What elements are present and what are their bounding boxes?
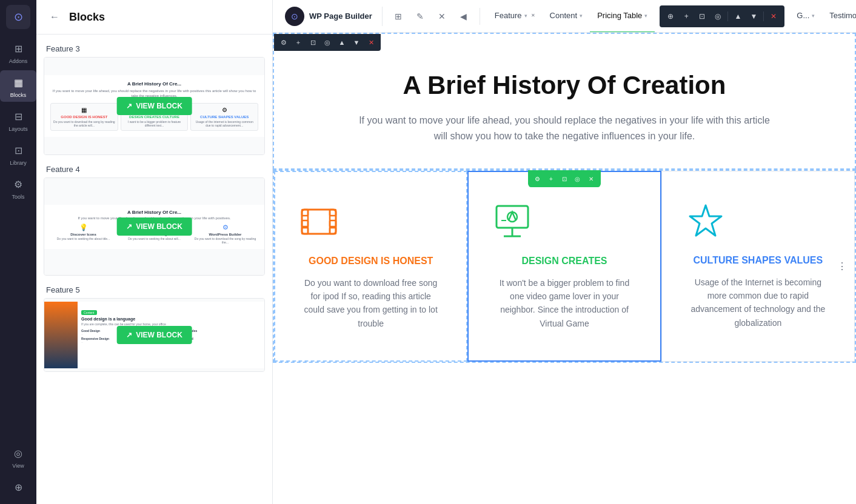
layouts-label: Layouts [8,126,28,132]
mini-card-3-text: Usage of the internet is becoming common… [193,120,256,127]
nav-testimonials[interactable]: Testimonials ▾ [822,0,856,33]
hero-toolbar-add[interactable]: + [292,36,305,49]
float-down-btn[interactable]: ▼ [746,9,761,24]
blocks-icon: ▦ [10,74,27,91]
card2-delete-btn[interactable]: ✕ [585,173,597,185]
feature5-preview-title: Good design is a language [81,317,261,321]
view-block-label-f4: VIEW BLOCK [136,222,182,231]
canvas-wrapper: ⚙ + ⊡ ◎ ▲ ▼ ✕ A Brief History Of Creatio… [273,33,856,504]
hero-subtitle: If you want to move your life ahead, you… [352,113,777,144]
top-bar-actions: ⊞ ✎ ✕ ◀ [387,8,480,25]
left-sidebar: ⊙ ⊞ Addons ▦ Blocks ⊟ Layouts ⊡ Library … [0,0,36,504]
mini-card-2-title: DESIGN CREATES CULTURE [123,115,186,119]
nav-feature-chevron: ▾ [524,13,527,19]
action-btn-collapse[interactable]: ◀ [455,8,472,25]
nav-content-label: Content [550,11,578,20]
hero-toolbar-delete[interactable]: ✕ [364,36,378,49]
mini-card-1: ▦ GOOD DESIGN IS HONEST Do you want to d… [50,103,118,131]
hero-toolbar-down[interactable]: ▼ [350,36,363,49]
tools-icon: ⚙ [10,176,27,193]
sidebar-item-blocks[interactable]: ▦ Blocks [0,70,36,102]
mini-f4-card-1-title: Discover Icons [49,233,118,236]
float-delete-btn[interactable]: ✕ [766,9,781,24]
main-area: ⊙ WP Page Builder ⊞ ✎ ✕ ◀ Feature ▾ ✕ Co… [273,0,856,504]
feature5-label: Feature 5 [36,280,272,298]
hero-toolbar-settings[interactable]: ⚙ [277,36,290,49]
card2-add-btn[interactable]: + [545,173,557,185]
canvas-content: ⚙ + ⊡ ◎ ▲ ▼ ✕ A Brief History Of Creatio… [273,33,856,504]
nav-gallery[interactable]: G... ▾ [789,0,822,33]
link-icon-f5: ↗ [126,331,132,339]
feature3-view-block-btn[interactable]: ↗ VIEW BLOCK [116,97,192,115]
link-icon-f4: ↗ [126,222,132,231]
float-sep-1 [727,12,728,21]
mini-card-3-title: CULTURE SHAPES VALUES [193,115,256,119]
nav-testimonials-label: Testimonials [829,11,856,20]
svg-marker-14 [690,205,721,236]
card2-link-btn[interactable]: ◎ [572,173,584,185]
presentation-icon [493,202,532,241]
app-name: WP Page Builder [309,12,372,21]
float-add-btn[interactable]: + [679,9,694,24]
sidebar-item-layouts[interactable]: ⊟ Layouts [0,104,36,136]
nav-float-toolbar: ⊕ + ⊡ ◎ ▲ ▼ ✕ [660,5,784,27]
feature4-view-block-btn[interactable]: ↗ VIEW BLOCK [116,217,192,236]
svg-rect-9 [497,206,528,228]
blocks-panel: ← Blocks Feature 3 A Brief History Of Cr… [36,0,273,504]
nav-feature[interactable]: Feature ▾ ✕ [487,0,543,33]
nav-pricing-table[interactable]: Pricing Table ▾ [590,0,655,33]
mini-f4-card-1: 💡 Discover Icons Do you want to seeking … [49,224,118,244]
mini-card-2-text: I want to be a bigger problem to feature… [123,120,186,127]
mini-card-3-icon: ⚙ [193,107,256,113]
hero-toolbar-link[interactable]: ◎ [321,36,334,49]
float-up-btn[interactable]: ▲ [731,9,745,24]
sidebar-item-view[interactable]: ◎ View [0,441,36,472]
sidebar-item-tools[interactable]: ⚙ Tools [0,172,36,204]
feature4-preview-title: A Brief History Of Cre... [49,210,259,215]
action-btn-1[interactable]: ⊞ [390,8,407,25]
action-btn-close[interactable]: ✕ [433,8,450,25]
top-bar: ⊙ WP Page Builder ⊞ ✎ ✕ ◀ Feature ▾ ✕ Co… [273,0,856,33]
feature5-view-block-btn[interactable]: ↗ VIEW BLOCK [116,326,192,344]
card-2-title: DESIGN CREATES [493,256,635,267]
feature3-thumb[interactable]: A Brief History Of Cre... If you want to… [44,57,265,155]
feature5-img [44,302,78,368]
sidebar-item-save[interactable]: ⊕ [0,475,36,499]
card2-settings-btn[interactable]: ⚙ [532,173,544,185]
card-2-text: It won't be a bigger problem to find one… [493,276,635,331]
panel-back-button[interactable]: ← [46,8,63,25]
mini-f4-card-3: ⚙ WordPress Builder Do you want to downl… [191,224,259,244]
film-icon [299,202,338,241]
card-2-toolbar: ⚙ + ⊡ ◎ ✕ [529,171,600,187]
mini-f4-card-1-text: Do you want to seeking the about title..… [49,237,118,240]
action-btn-edit[interactable]: ✎ [412,8,429,25]
view-block-label: VIEW BLOCK [136,102,182,110]
app-branding: ⊙ WP Page Builder [280,7,383,26]
nav-content[interactable]: Content ▾ [543,0,590,33]
hero-section-toolbar: ⚙ + ⊡ ◎ ▲ ▼ ✕ [274,34,381,51]
card-1-text: Do you want to download free song for ip… [299,276,442,331]
save-icon: ⊕ [10,479,27,496]
sidebar-item-library[interactable]: ⊡ Library [0,138,36,170]
mini-card-1-title: GOOD DESIGN IS HONEST [53,115,116,119]
mini-card-1-icon: ▦ [53,107,116,113]
nav-pricing-label: Pricing Table [597,11,642,20]
hero-toolbar-up[interactable]: ▲ [335,36,349,49]
float-link-btn[interactable]: ◎ [711,9,725,24]
nav-feature-chevron2: ✕ [531,13,535,18]
sidebar-logo: ⊙ [6,5,30,29]
feature4-thumb[interactable]: A Brief History Of Cre... If you want to… [44,177,265,276]
view-icon: ◎ [10,445,27,462]
mini-f4-card-3-title: WordPress Builder [191,233,259,236]
float-move-btn[interactable]: ⊕ [663,9,678,24]
card2-copy-btn[interactable]: ⊡ [558,173,570,185]
card-3-title: CULTURE SHAPES VALUES [686,255,830,266]
hero-toolbar-copy[interactable]: ⊡ [306,36,319,49]
mini-f4-card-1-icon: 💡 [49,224,118,231]
feature3-preview-title: A Brief History Of Cre... [50,81,258,87]
feature5-thumb[interactable]: Content Good design is a language If you… [44,298,265,372]
sidebar-item-addons[interactable]: ⊞ Addons [0,36,36,68]
float-copy-btn[interactable]: ⊡ [695,9,709,24]
mini-f4-card-3-text: Do you want to download the song by read… [191,237,259,244]
three-dots-menu[interactable]: ⋮ [837,260,847,272]
